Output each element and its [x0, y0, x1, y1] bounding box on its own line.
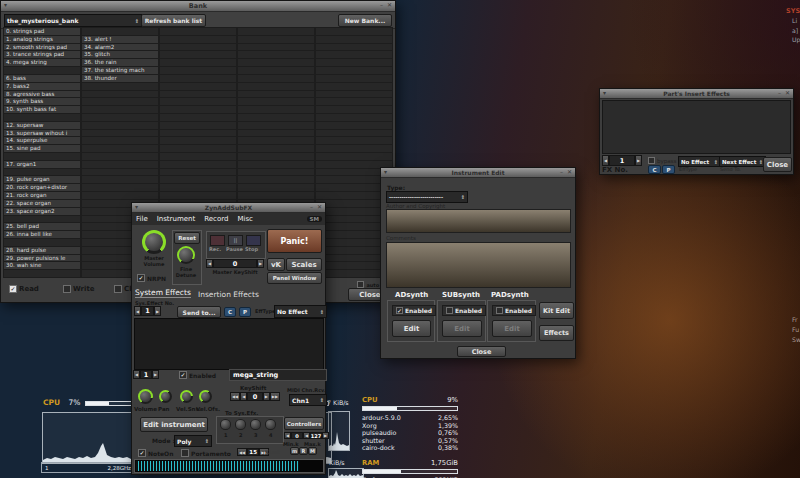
close-icon[interactable]: ✕ — [785, 89, 790, 96]
record-icon[interactable] — [210, 235, 225, 246]
stop-icon[interactable] — [246, 235, 261, 246]
instrument-name-field[interactable]: mega_string — [229, 369, 327, 381]
subsynth-enabled-checkbox[interactable]: Enabled — [442, 305, 486, 316]
sys-effect-spinner[interactable]: ◀ 1 ▶ — [134, 306, 161, 316]
min-key-spinner[interactable]: ◀ 0 ▶ — [284, 432, 301, 439]
copy-button[interactable]: C — [224, 307, 236, 317]
key-limit-spinner[interactable]: ◀◀ 15 ▶▶ — [237, 448, 263, 456]
window-menu-icon[interactable]: ▾ — [603, 89, 606, 96]
spinner-left-icon[interactable]: ◀ — [134, 306, 141, 316]
write-checkbox[interactable]: Write — [63, 285, 95, 293]
panic-button[interactable]: Panic! — [267, 229, 322, 253]
clear-checkbox[interactable]: Cl — [114, 285, 132, 293]
fx-no-spinner[interactable]: ◀ 1 ▶ — [602, 155, 642, 166]
panel-window-button[interactable]: Panel Window — [267, 272, 322, 284]
window-menu-icon[interactable]: ▾ — [4, 1, 7, 8]
spinner-left-icon[interactable]: ◀ — [303, 432, 310, 439]
spinner-left-icon[interactable]: ◀ — [240, 392, 247, 401]
read-checkbox[interactable]: ✓ Read — [9, 285, 39, 293]
part-enabled-checkbox[interactable]: ✓ Enabled — [179, 371, 216, 379]
send-knob-4[interactable] — [265, 419, 276, 430]
noteon-checkbox[interactable]: ✓ NoteOn — [138, 449, 173, 457]
portamento-checkbox[interactable]: Portamento — [181, 449, 231, 457]
vel-ofs-knob[interactable] — [199, 390, 212, 403]
adsynth-enabled-checkbox[interactable]: ✓ Enabled — [392, 305, 436, 316]
insert-effects-titlebar[interactable]: ▾ Part's Insert Effects –✕ — [600, 89, 793, 99]
adsynth-edit-button[interactable]: Edit — [392, 320, 431, 337]
menu-file[interactable]: File — [136, 215, 148, 223]
paste-button[interactable]: P — [239, 307, 251, 317]
spinner-right-icon[interactable]: ▶ — [257, 259, 264, 268]
fine-detune-knob[interactable] — [177, 246, 195, 264]
reset-button[interactable]: Reset — [174, 232, 200, 244]
minimize-icon[interactable]: – — [778, 89, 781, 96]
controllers-button[interactable]: Controllers — [284, 417, 324, 430]
effects-button[interactable]: Effects — [539, 325, 574, 341]
mm-button[interactable]: M — [308, 447, 317, 455]
menu-misc[interactable]: Misc — [237, 215, 252, 223]
send-knob-2[interactable] — [235, 419, 246, 430]
midi-channel-select[interactable]: Chn1 ⇕ — [289, 394, 327, 406]
bank-select[interactable]: the_mysterious_bank ⇕ — [4, 14, 142, 27]
mode-select[interactable]: Poly ⇕ — [174, 435, 212, 447]
spinner-left-icon[interactable]: ◀ — [206, 259, 213, 268]
efftype-select[interactable]: No Effect ⇕ — [274, 305, 327, 318]
kit-edit-button[interactable]: Kit Edit — [539, 302, 574, 319]
part-spinner[interactable]: ◀ 1 ▶ — [133, 370, 158, 379]
send-to-button[interactable]: Send to... — [177, 306, 221, 318]
menu-instrument[interactable]: Instrument — [157, 215, 196, 223]
window-menu-icon[interactable]: ▾ — [135, 203, 138, 210]
type-select[interactable]: -------------------------- ⇕ — [386, 191, 468, 203]
bypass-checkbox[interactable]: bypass — [648, 157, 676, 164]
max-key-spinner[interactable]: ◀ 127 ▶ — [303, 432, 322, 439]
spinner-right-icon[interactable]: ▶ — [152, 370, 159, 379]
bank-slot[interactable] — [3, 269, 81, 278]
tab-insertion-effects[interactable]: Insertion Effects — [198, 290, 259, 299]
minimize-icon[interactable]: – — [380, 1, 383, 8]
spinner-right-icon[interactable]: ▶ — [635, 155, 642, 166]
spinner-ffleft-icon[interactable]: ◀◀ — [237, 448, 247, 456]
padsynth-edit-button[interactable]: Edit — [492, 320, 532, 337]
insert-effects-close-button[interactable]: Close — [763, 157, 792, 172]
spinner-right-icon[interactable]: ▶ — [154, 306, 161, 316]
spinner-left-icon[interactable]: ◀ — [284, 432, 291, 439]
paste-button[interactable]: P — [662, 165, 675, 174]
m-button[interactable]: m — [290, 447, 299, 455]
author-textarea[interactable] — [386, 209, 571, 233]
minimize-icon[interactable]: – — [310, 203, 313, 210]
close-icon[interactable]: ✕ — [317, 203, 322, 210]
spinner-right-icon[interactable]: ▶ — [322, 432, 329, 439]
refresh-bank-list-button[interactable]: Refresh bank list — [141, 14, 206, 27]
instrument-edit-close-button[interactable]: Close — [457, 346, 506, 357]
comments-textarea[interactable] — [386, 242, 571, 288]
padsynth-enabled-checkbox[interactable]: Enabled — [492, 305, 536, 316]
menu-record[interactable]: Record — [204, 215, 228, 223]
spinner-right-icon[interactable]: ▶ — [263, 392, 270, 401]
r-button[interactable]: R — [299, 447, 308, 455]
pause-icon[interactable]: || — [228, 235, 243, 246]
vk-button[interactable]: vK — [267, 258, 285, 271]
close-icon[interactable]: ✕ — [567, 168, 572, 175]
part-volume-knob[interactable] — [138, 389, 153, 404]
instrument-edit-titlebar[interactable]: ▾ Instrument Edit –✕ — [381, 168, 575, 178]
master-keyshift-spinner[interactable]: ◀ 0 ▶ — [206, 259, 264, 268]
scales-button[interactable]: Scales — [286, 258, 322, 271]
spinner-ffright-icon[interactable]: ▶▶ — [270, 392, 280, 401]
master-volume-knob[interactable] — [142, 230, 166, 254]
close-icon[interactable]: ✕ — [387, 1, 392, 8]
new-bank-button[interactable]: New Bank... — [338, 14, 392, 27]
copy-button[interactable]: C — [648, 165, 661, 174]
main-titlebar[interactable]: ▾ ZynAddSubFX –✕ — [132, 203, 325, 213]
spinner-ffleft-icon[interactable]: ◀◀ — [230, 392, 240, 401]
spinner-left-icon[interactable]: ◀ — [602, 155, 609, 166]
bank-titlebar[interactable]: ▾ Bank –✕ — [1, 1, 395, 12]
nrpn-checkbox[interactable]: ✓ NRPN — [137, 274, 166, 282]
minimize-icon[interactable]: – — [560, 168, 563, 175]
part-pan-knob[interactable] — [159, 390, 172, 403]
part-keyshift-spinner[interactable]: ◀◀ ◀ 0 ▶ ▶▶ — [230, 392, 280, 401]
vel-sns-knob[interactable] — [180, 390, 193, 403]
window-menu-icon[interactable]: ▾ — [384, 168, 387, 175]
send-knob-1[interactable] — [220, 419, 231, 430]
tab-system-effects[interactable]: System Effects — [135, 288, 191, 298]
subsynth-edit-button[interactable]: Edit — [442, 320, 482, 337]
